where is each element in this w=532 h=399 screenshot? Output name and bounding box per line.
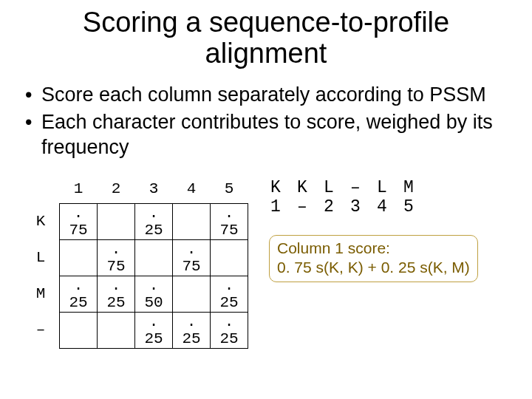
table-row: – . 25 . 25 . 25 [22, 312, 248, 348]
cell: . 75 [173, 239, 211, 276]
aln-cell: 4 [375, 197, 389, 216]
bullet-item: Score each column separately according t… [22, 83, 510, 108]
aln-cell: M [402, 178, 415, 197]
col-header: 5 [211, 175, 248, 204]
aln-cell: K [269, 178, 282, 197]
cell: . 25 [135, 312, 173, 348]
cell [60, 239, 98, 276]
col-header: 3 [135, 175, 173, 204]
col-header: 2 [98, 175, 135, 204]
slide: Scoring a sequence-to-profile alignment … [0, 0, 532, 364]
aln-cell: 2 [322, 197, 335, 216]
cell: . 25 [135, 203, 173, 239]
cell: . 75 [211, 203, 248, 239]
aln-cell: – [296, 197, 309, 216]
bottom-row: 1 2 3 4 5 K . 75 . 25 . 75 L [22, 175, 510, 349]
cell [60, 312, 98, 348]
aln-cell: 3 [349, 197, 362, 216]
bullet-item: Each character contributes to score, wei… [22, 110, 510, 160]
cell [135, 239, 173, 276]
cell [173, 276, 211, 312]
aln-cell: – [349, 178, 362, 197]
note-line-1: Column 1 score: [277, 239, 390, 256]
aln-cell: 1 [269, 197, 282, 216]
col-header: 4 [173, 175, 211, 204]
col-header: 1 [60, 175, 98, 204]
pssm-table: 1 2 3 4 5 K . 75 . 25 . 75 L [22, 175, 248, 349]
row-label: – [22, 312, 60, 348]
note-line-2: 0. 75 s(K, K) + 0. 25 s(K, M) [277, 259, 470, 276]
table-row: L . 75 . 75 [22, 239, 248, 276]
cell: . 75 [60, 203, 98, 239]
aln-cell: L [375, 178, 389, 197]
aln-cell: K [296, 178, 309, 197]
alignment-row: 1 – 2 3 4 5 [269, 197, 510, 216]
slide-title: Scoring a sequence-to-profile alignment [22, 7, 510, 69]
cell: . 50 [135, 276, 173, 312]
right-column: K K L – L M 1 – 2 3 4 5 Column 1 score: [269, 175, 510, 282]
score-note: Column 1 score: 0. 75 s(K, K) + 0. 25 s(… [269, 235, 478, 283]
aln-cell: 5 [402, 197, 415, 216]
cell: . 25 [211, 312, 248, 348]
cell [211, 239, 248, 276]
cell: . 25 [98, 276, 135, 312]
bullet-list: Score each column separately according t… [22, 83, 510, 160]
table-row: M . 25 . 25 . 50 . 25 [22, 276, 248, 312]
title-line-2: alignment [205, 38, 327, 69]
row-label: L [22, 239, 60, 276]
title-line-1: Scoring a sequence-to-profile [83, 7, 449, 38]
aln-cell: L [322, 178, 335, 197]
cell: . 25 [173, 312, 211, 348]
cell: . 75 [98, 239, 135, 276]
alignment-row: K K L – L M [269, 178, 510, 197]
cell: . 25 [211, 276, 248, 312]
row-label: M [22, 276, 60, 312]
table-row: K . 75 . 25 . 75 [22, 203, 248, 239]
cell: . 25 [60, 276, 98, 312]
cell [173, 203, 211, 239]
cell [98, 312, 135, 348]
cell [98, 203, 135, 239]
row-label: K [22, 203, 60, 239]
alignment-block: K K L – L M 1 – 2 3 4 5 [269, 178, 510, 217]
table-corner [22, 175, 60, 204]
